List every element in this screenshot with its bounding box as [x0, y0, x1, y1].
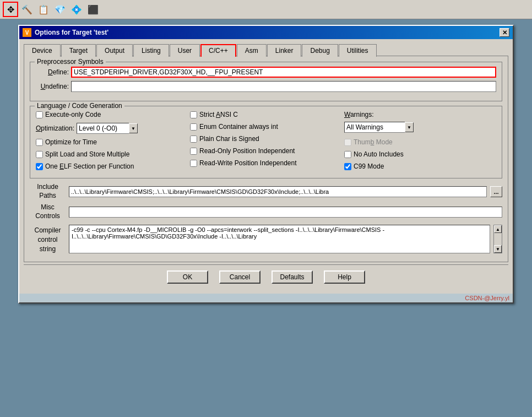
include-paths-input[interactable] [69, 186, 487, 197]
debug-tool-button[interactable]: 💠 [69, 2, 84, 17]
define-row: Define: [36, 67, 496, 78]
enum-container-checkbox[interactable] [190, 123, 197, 131]
dialog-title: Options for Target 'test' [35, 29, 108, 36]
ok-button[interactable]: OK [167, 270, 208, 284]
thumb-mode-label: Thumb Mode [354, 138, 393, 146]
read-only-label: Read-Only Position Independent [199, 147, 295, 155]
undefine-label: Undefine: [36, 83, 69, 90]
optimize-time-label: Optimize for Time [45, 138, 97, 146]
compiler-control-value: -c99 -c --cpu Cortex-M4.fp -D__MICROLIB … [69, 225, 490, 253]
dialog-container: V Options for Target 'test' ✕ Device Tar… [18, 25, 514, 304]
tab-debug[interactable]: Debug [302, 44, 338, 57]
warnings-dropdown-arrow[interactable]: ▼ [405, 122, 414, 132]
tab-utilities[interactable]: Utilities [339, 44, 377, 57]
no-auto-includes-checkbox[interactable] [344, 151, 351, 158]
split-load-label: Split Load and Store Multiple [45, 150, 129, 158]
undefine-input[interactable] [71, 81, 496, 92]
one-elf-label: One ELF Section per Function [45, 163, 134, 170]
build-tool-button[interactable]: 🔨 [19, 2, 35, 17]
warnings-label: Warnings: [344, 111, 496, 118]
optimization-label: Optimization: [36, 124, 74, 132]
define-label: Define: [36, 68, 69, 76]
options-dialog: V Options for Target 'test' ✕ Device Tar… [18, 25, 514, 304]
cancel-button[interactable]: Cancel [219, 270, 260, 284]
misc-controls-row: MiscControls [30, 203, 502, 220]
optimization-select-container: Level 0 (-O0) ▼ [77, 123, 138, 134]
read-only-checkbox[interactable] [190, 148, 197, 155]
include-paths-label: IncludePaths [30, 183, 66, 200]
thumb-mode-checkbox[interactable] [344, 139, 351, 146]
compiler-scrollbar: ▲ ▼ [493, 225, 502, 253]
optimize-time-checkbox[interactable] [36, 139, 43, 146]
dialog-footer: OK Cancel Defaults Help [24, 264, 508, 289]
tab-linker[interactable]: Linker [267, 44, 302, 57]
optimization-row: Optimization: Level 0 (-O0) ▼ [36, 123, 188, 134]
language-columns: Execute-only Code Optimization: Level 0 … [36, 111, 496, 172]
tab-listing[interactable]: Listing [133, 44, 169, 57]
tab-asm[interactable]: Asm [237, 44, 267, 57]
preprocessor-group: Preprocessor Symbols Define: Undefine: [30, 62, 502, 101]
one-elf-checkbox[interactable] [36, 163, 43, 170]
read-write-label: Read-Write Position Independent [199, 159, 297, 167]
execute-only-row: Execute-only Code [36, 111, 188, 118]
read-write-checkbox[interactable] [190, 160, 197, 167]
strict-ansi-label: Strict ANSI C [199, 111, 238, 118]
rebuild-tool-button[interactable]: 📋 [36, 2, 51, 17]
optimization-value[interactable]: Level 0 (-O0) [77, 123, 129, 134]
title-bar: V Options for Target 'test' ✕ [19, 26, 513, 39]
language-group: Language / Code Generation Execute-only … [30, 106, 502, 178]
flash-tool-button[interactable]: ⬛ [85, 2, 101, 17]
download-tool-button[interactable]: 💎 [52, 2, 68, 17]
execute-only-label: Execute-only Code [45, 111, 101, 118]
compiler-control-label: Compilercontrolstring [30, 225, 66, 253]
close-button[interactable]: ✕ [500, 28, 509, 37]
col-right: Warnings: All Warnings ▼ Thumb Mode [344, 111, 496, 172]
optimization-dropdown-arrow[interactable]: ▼ [129, 123, 138, 133]
compiler-control-section: Compilercontrolstring -c99 -c --cpu Cort… [30, 225, 502, 253]
tab-cpp[interactable]: C/C++ [200, 44, 236, 57]
tab-bar: Device Target Output Listing User C/C++ … [24, 44, 508, 56]
toolbar: ✥ 🔨 📋 💎 💠 ⬛ [0, 0, 532, 19]
no-auto-includes-row: No Auto Includes [344, 150, 496, 158]
read-write-row: Read-Write Position Independent [190, 159, 342, 167]
watermark: CSDN-@Jerry.yl [19, 294, 513, 302]
col-mid: Strict ANSI C Enum Container always int … [190, 111, 342, 172]
preprocessor-group-label: Preprocessor Symbols [35, 58, 106, 66]
dialog-body: Device Target Output Listing User C/C++ … [19, 39, 513, 294]
tab-device[interactable]: Device [24, 44, 61, 57]
c99-mode-row: C99 Mode [344, 163, 496, 170]
strict-ansi-row: Strict ANSI C [190, 111, 342, 118]
include-paths-row: IncludePaths ... [30, 183, 502, 200]
c99-mode-checkbox[interactable] [344, 163, 351, 170]
include-section: IncludePaths ... MiscControls [30, 183, 502, 220]
undefine-row: Undefine: [36, 81, 496, 92]
plain-char-checkbox[interactable] [190, 136, 197, 143]
misc-controls-label: MiscControls [30, 203, 66, 220]
optimize-time-row: Optimize for Time [36, 138, 188, 146]
plain-char-label: Plain Char is Signed [199, 135, 259, 143]
define-input[interactable] [71, 67, 496, 78]
scroll-up-button[interactable]: ▲ [494, 225, 502, 233]
scroll-down-button[interactable]: ▼ [494, 245, 502, 253]
help-button[interactable]: Help [324, 270, 365, 284]
thumb-mode-row: Thumb Mode [344, 138, 496, 146]
execute-only-checkbox[interactable] [36, 111, 43, 118]
strict-ansi-checkbox[interactable] [190, 111, 197, 118]
tab-content-cpp: Preprocessor Symbols Define: Undefine: L… [24, 56, 508, 262]
include-paths-browse-button[interactable]: ... [490, 186, 502, 197]
warnings-select-container: All Warnings ▼ [344, 122, 496, 133]
tab-user[interactable]: User [170, 44, 200, 57]
tab-output[interactable]: Output [96, 44, 133, 57]
split-load-checkbox[interactable] [36, 151, 43, 158]
plain-char-row: Plain Char is Signed [190, 135, 342, 143]
read-only-row: Read-Only Position Independent [190, 147, 342, 155]
c99-mode-label: C99 Mode [354, 163, 384, 170]
language-group-label: Language / Code Generation [35, 102, 124, 110]
cursor-tool-button[interactable]: ✥ [3, 2, 18, 17]
split-load-row: Split Load and Store Multiple [36, 150, 188, 158]
misc-controls-input[interactable] [69, 207, 502, 218]
defaults-button[interactable]: Defaults [272, 270, 313, 284]
warnings-value[interactable]: All Warnings [344, 122, 405, 133]
title-bar-content: V Options for Target 'test' [23, 28, 108, 37]
tab-target[interactable]: Target [61, 44, 96, 57]
